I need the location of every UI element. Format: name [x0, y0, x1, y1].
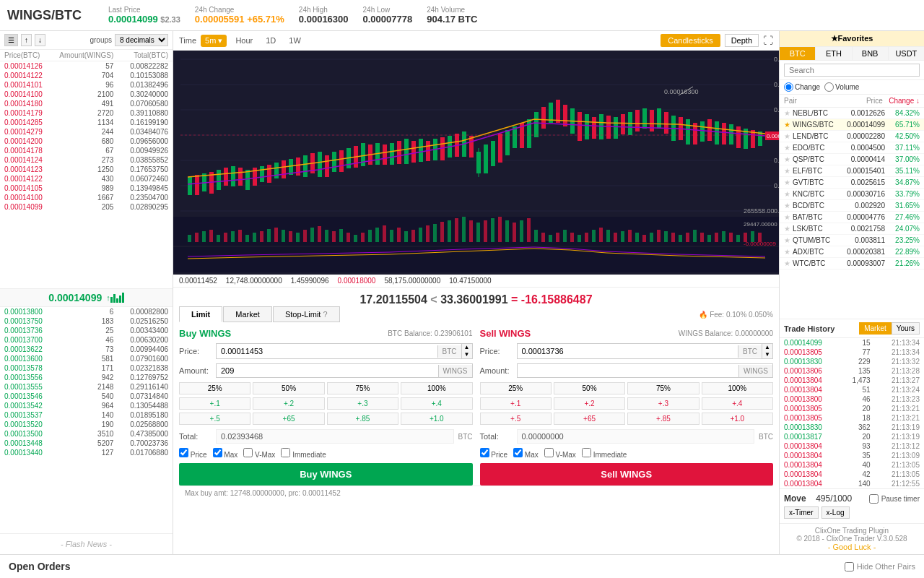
buy-adj-10[interactable]: +1.0	[401, 413, 472, 425]
buy-chk-price[interactable]: Price	[179, 448, 207, 459]
buy-adj-01[interactable]: +.1	[179, 397, 250, 410]
sell-amount-input[interactable]	[518, 364, 739, 377]
buy-adj-05[interactable]: +.5	[179, 413, 250, 425]
pair-list-item[interactable]: ★QTUM/BTC0.00381123.25%	[780, 235, 924, 246]
buy-chk-immediate[interactable]: Immediate	[281, 448, 326, 459]
ask-row[interactable]: 0.00014126570.00822282	[0, 61, 173, 71]
filter-change[interactable]: Change	[784, 82, 820, 92]
pair-list-item[interactable]: ★LEND/BTC0.0000228042.50%	[780, 131, 924, 142]
pair-list-item[interactable]: ★WINGS/BTC0.0001409965.71%	[780, 119, 924, 131]
ask-row[interactable]: 0.00014101960.01382496	[0, 80, 173, 90]
hide-pairs-checkbox[interactable]	[845, 562, 854, 571]
bid-row[interactable]: 0.0001380060.00082800	[0, 307, 173, 316]
depth-button[interactable]: Depth	[725, 34, 759, 47]
sell-chk-max[interactable]: Max	[513, 448, 539, 459]
bid-row[interactable]: 0.000136005810.07901600	[0, 354, 173, 363]
pair-list-item[interactable]: ★ADX/BTC0.0002038122.89%	[780, 246, 924, 258]
pair-list-item[interactable]: ★LSK/BTC0.002175824.07%	[780, 223, 924, 235]
ask-row[interactable]: 0.000141224300.06072460	[0, 174, 173, 184]
sell-adj-02[interactable]: +.2	[554, 397, 625, 410]
sell-adj-03[interactable]: +.3	[627, 397, 699, 410]
ask-row[interactable]: 0.000141804910.07060580	[0, 99, 173, 108]
bid-row[interactable]: 0.000137501830.02516250	[0, 316, 173, 326]
favorites-tab[interactable]: ★Favorites	[780, 31, 924, 46]
sell-pct-50[interactable]: 50%	[554, 382, 625, 394]
expand-icon[interactable]: ⛶	[763, 35, 773, 46]
ask-row[interactable]: 0.0001417927200.39110880	[0, 108, 173, 118]
x-timer-button[interactable]: x-Timer	[784, 506, 819, 519]
ask-row[interactable]: 0.000141059890.13949845	[0, 184, 173, 193]
x-log-button[interactable]: x-Log	[821, 506, 850, 519]
buy-pct-75[interactable]: 75%	[327, 382, 398, 394]
buy-amount-input[interactable]	[217, 364, 438, 377]
pair-list-item[interactable]: ★KNC/BTC0.0003071633.79%	[780, 189, 924, 200]
ask-row[interactable]: 0.000141242730.03855852	[0, 155, 173, 165]
sell-chk-price[interactable]: Price	[480, 448, 508, 459]
bid-row[interactable]: 0.000135569420.12769752	[0, 373, 173, 382]
sell-adj-65[interactable]: +65	[554, 413, 625, 425]
curr-tab-usdt[interactable]: USDT	[889, 47, 924, 60]
bid-row[interactable]: 0.0001355521480.29116140	[0, 382, 173, 392]
buy-adj-02[interactable]: +.2	[253, 397, 324, 410]
pair-list-item[interactable]: ★BCD/BTC0.00292031.65%	[780, 200, 924, 212]
tab-limit[interactable]: Limit	[179, 306, 222, 322]
ask-row[interactable]: 0.000142792440.03484076	[0, 127, 173, 137]
sell-adj-85[interactable]: +.85	[627, 413, 699, 425]
bid-row[interactable]: 0.00013700460.00630200	[0, 335, 173, 345]
buy-price-input[interactable]	[217, 345, 437, 358]
time-btn-1d[interactable]: 1D	[261, 35, 280, 46]
candlestick-button[interactable]: Candlesticks	[661, 34, 720, 47]
pause-timer-checkbox[interactable]	[869, 494, 879, 504]
bid-row[interactable]: 0.000135201900.02568800	[0, 420, 173, 429]
bid-row[interactable]: 0.000135371400.01895180	[0, 410, 173, 420]
tab-market[interactable]: Market	[223, 306, 272, 322]
sell-adj-05[interactable]: +.5	[480, 413, 552, 425]
pair-list-item[interactable]: ★NEBL/BTC0.001262684.32%	[780, 108, 924, 119]
bid-row[interactable]: 0.0001350035100.47385000	[0, 429, 173, 439]
time-btn-1w[interactable]: 1W	[284, 35, 305, 46]
sell-pct-25[interactable]: 25%	[480, 382, 552, 394]
ask-row[interactable]: 0.000141227040.10153088	[0, 71, 173, 80]
th-tab-yours[interactable]: Yours	[892, 322, 920, 335]
curr-tab-bnb[interactable]: BNB	[853, 47, 889, 60]
sell-pct-100[interactable]: 100%	[702, 382, 773, 394]
filter-volume[interactable]: Volume	[824, 82, 859, 92]
decimals-select[interactable]: 8 decimals	[115, 34, 168, 46]
sell-adj-01[interactable]: +.1	[480, 397, 552, 410]
pair-list-item[interactable]: ★EDO/BTC0.000450037.11%	[780, 142, 924, 154]
sell-chk-vmax[interactable]: V-Max	[544, 448, 576, 459]
sell-chk-immediate[interactable]: Immediate	[582, 448, 627, 459]
sell-price-up[interactable]: ▲	[762, 344, 772, 351]
sell-pct-75[interactable]: 75%	[627, 382, 699, 394]
buy-adj-04[interactable]: +.4	[401, 397, 472, 410]
tab-stop-limit[interactable]: Stop-Limit ?	[273, 306, 340, 322]
ask-row[interactable]: 0.0001412312500.17653750	[0, 165, 173, 174]
ask-row[interactable]: 0.00014178670.00949926	[0, 146, 173, 155]
buy-chk-vmax[interactable]: V-Max	[243, 448, 275, 459]
ob-btn-asks[interactable]: ↑	[21, 34, 32, 46]
buy-wings-button[interactable]: Buy WINGS	[179, 463, 473, 486]
buy-pct-100[interactable]: 100%	[401, 382, 472, 394]
curr-tab-btc[interactable]: BTC	[780, 47, 816, 60]
sell-price-input[interactable]	[518, 345, 738, 358]
ask-row[interactable]: 0.0001410021000.30240000	[0, 90, 173, 99]
time-btn-hour[interactable]: Hour	[231, 35, 257, 46]
buy-pct-50[interactable]: 50%	[253, 382, 324, 394]
buy-price-down[interactable]: ▼	[461, 351, 472, 358]
ob-btn-both[interactable]: ☰	[4, 34, 18, 46]
pair-list-item[interactable]: ★BAT/BTC0.0000477627.46%	[780, 212, 924, 223]
bid-row[interactable]: 0.000135781710.02321838	[0, 363, 173, 373]
pair-list-item[interactable]: ★QSP/BTC0.000041437.00%	[780, 154, 924, 165]
ask-row[interactable]: 0.0001428511340.16199190	[0, 118, 173, 127]
curr-tab-eth[interactable]: ETH	[816, 47, 852, 60]
buy-price-up[interactable]: ▲	[461, 344, 472, 351]
sell-adj-10[interactable]: +1.0	[702, 413, 773, 425]
pair-list-item[interactable]: ★GVT/BTC0.002561534.87%	[780, 177, 924, 189]
buy-pct-25[interactable]: 25%	[179, 382, 250, 394]
sell-wings-button[interactable]: Sell WINGS	[480, 463, 774, 486]
bid-row[interactable]: 0.00013622730.00994406	[0, 345, 173, 354]
bid-row[interactable]: 0.00013736250.00343400	[0, 326, 173, 335]
sell-price-down[interactable]: ▼	[762, 351, 772, 358]
pair-list-item[interactable]: ★ELF/BTC0.0001540135.11%	[780, 165, 924, 177]
bid-row[interactable]: 0.000134401270.01706880	[0, 448, 173, 457]
